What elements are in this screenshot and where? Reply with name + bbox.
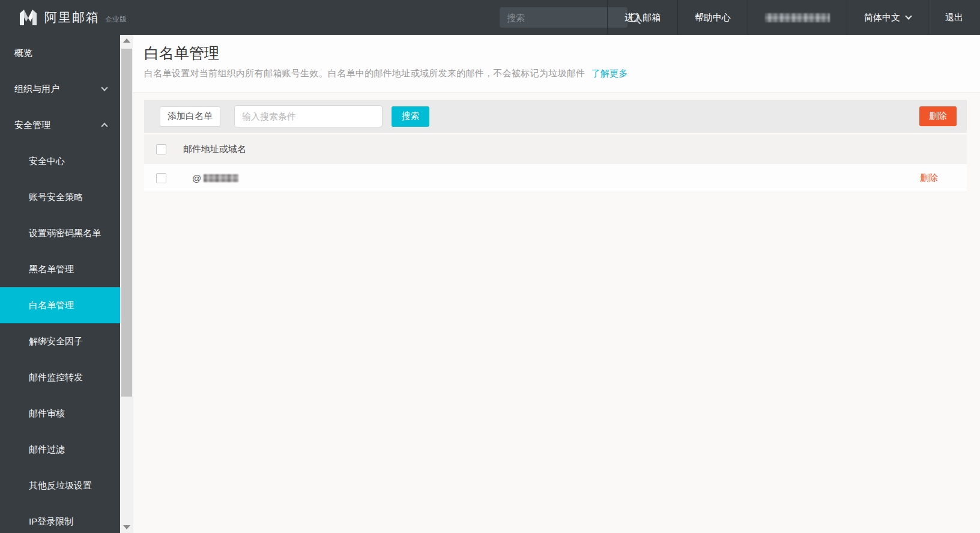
sidebar-item-security-mgmt[interactable]: 安全管理 <box>0 107 120 143</box>
sidebar-item-label: 白名单管理 <box>29 300 74 311</box>
account-name-redacted <box>765 13 830 22</box>
scrollbar-thumb[interactable] <box>121 49 132 397</box>
sidebar-item-label: 概览 <box>14 47 32 59</box>
chevron-down-icon <box>101 84 107 91</box>
sidebar-item-label: 邮件审核 <box>29 408 65 419</box>
column-header-address: 邮件地址或域名 <box>183 144 246 155</box>
bulk-delete-button[interactable]: 删除 <box>919 106 957 126</box>
nav-help-center-label: 帮助中心 <box>695 12 731 23</box>
sidebar-item-label: 邮件监控转发 <box>29 372 83 383</box>
scrollbar-up-button[interactable] <box>120 35 133 44</box>
topbar-nav: 进入邮箱 帮助中心 简体中文 退出 <box>607 0 980 35</box>
sidebar-item-label: 组织与用户 <box>14 84 59 95</box>
address-redacted <box>204 174 238 182</box>
sidebar-item-label: 其他反垃圾设置 <box>29 480 92 492</box>
main-content: 白名单管理 白名单设置对当前组织内所有邮箱账号生效。白名单中的邮件地址或域所发来… <box>133 35 980 533</box>
scroll-up-icon <box>123 38 130 43</box>
nav-account[interactable] <box>748 0 847 35</box>
logo-edition-badge: 企业版 <box>105 14 127 25</box>
table-header-row: 邮件地址或域名 <box>144 135 967 164</box>
vertical-scrollbar[interactable] <box>120 35 133 533</box>
address-prefix: @ <box>192 173 201 183</box>
chevron-down-icon <box>905 13 912 19</box>
sidebar-item-label: 邮件过滤 <box>29 444 65 455</box>
sidebar-item-overview[interactable]: 概览 <box>0 35 120 71</box>
search-button[interactable]: 搜索 <box>392 106 429 127</box>
sidebar-item-security-center[interactable]: 安全中心 <box>0 143 120 179</box>
sidebar-item-label: 黑名单管理 <box>29 264 74 275</box>
sidebar-item-label: 安全管理 <box>14 120 50 131</box>
nav-help-center[interactable]: 帮助中心 <box>677 0 748 35</box>
sidebar-item-org-users[interactable]: 组织与用户 <box>0 71 120 107</box>
sidebar-item-label: 设置弱密码黑名单 <box>29 228 101 239</box>
sidebar-item-label: IP登录限制 <box>29 516 73 528</box>
sidebar-item-label: 账号安全策略 <box>29 192 83 203</box>
toolbar: 添加白名单 搜索 删除 <box>144 100 967 133</box>
sidebar-item-label: 解绑安全因子 <box>29 336 83 347</box>
sidebar-item-weak-password-blacklist[interactable]: 设置弱密码黑名单 <box>0 215 120 251</box>
nav-logout-label: 退出 <box>945 12 963 23</box>
logo-m-icon <box>18 9 38 26</box>
nav-language-label: 简体中文 <box>864 12 900 23</box>
page-title: 白名单管理 <box>144 35 967 62</box>
select-all-checkbox[interactable] <box>156 144 166 154</box>
sidebar-item-whitelist-mgmt[interactable]: 白名单管理 <box>0 287 120 323</box>
sidebar-item-label: 安全中心 <box>29 156 65 167</box>
nav-enter-mailbox[interactable]: 进入邮箱 <box>607 0 677 35</box>
row-checkbox[interactable] <box>156 173 166 183</box>
scroll-down-icon <box>123 525 130 529</box>
page-header: 白名单管理 白名单设置对当前组织内所有邮箱账号生效。白名单中的邮件地址或域所发来… <box>133 35 980 93</box>
sidebar-item-mail-monitor-forward[interactable]: 邮件监控转发 <box>0 359 120 395</box>
sidebar-item-unbind-security-factor[interactable]: 解绑安全因子 <box>0 323 120 359</box>
logo[interactable]: 阿里邮箱 企业版 <box>18 0 127 35</box>
sidebar-item-account-security-policy[interactable]: 账号安全策略 <box>0 179 120 215</box>
sidebar-item-blacklist-mgmt[interactable]: 黑名单管理 <box>0 251 120 287</box>
sidebar-item-mail-filter[interactable]: 邮件过滤 <box>0 431 120 468</box>
chevron-up-icon <box>101 123 107 129</box>
topbar: 阿里邮箱 企业版 进入邮箱 帮助中心 简体中文 退出 <box>0 0 980 35</box>
sidebar-item-ip-login-limit[interactable]: IP登录限制 <box>0 504 120 533</box>
row-delete-link[interactable]: 删除 <box>920 172 938 184</box>
whitelist-table: 邮件地址或域名 @ 删除 <box>144 135 967 192</box>
page-description-text: 白名单设置对当前组织内所有邮箱账号生效。白名单中的邮件地址或域所发来的邮件，不会… <box>144 68 585 78</box>
logo-text: 阿里邮箱 <box>44 9 100 26</box>
nav-logout[interactable]: 退出 <box>928 0 980 35</box>
sidebar: 概览 组织与用户 安全管理 安全中心 账号安全策略 设置弱密码黑名单 黑名单管理… <box>0 35 120 533</box>
nav-language-selector[interactable]: 简体中文 <box>847 0 928 35</box>
nav-enter-mailbox-label: 进入邮箱 <box>625 12 661 23</box>
scrollbar-down-button[interactable] <box>120 523 133 533</box>
whitelist-address: @ <box>192 173 238 183</box>
add-whitelist-button[interactable]: 添加白名单 <box>160 106 220 127</box>
page-description: 白名单设置对当前组织内所有邮箱账号生效。白名单中的邮件地址或域所发来的邮件，不会… <box>144 68 967 79</box>
sidebar-item-mail-review[interactable]: 邮件审核 <box>0 395 120 431</box>
sidebar-item-other-antispam[interactable]: 其他反垃圾设置 <box>0 468 120 504</box>
learn-more-link[interactable]: 了解更多 <box>591 68 628 78</box>
table-row: @ 删除 <box>144 164 967 192</box>
whitelist-search-input[interactable] <box>234 105 383 127</box>
